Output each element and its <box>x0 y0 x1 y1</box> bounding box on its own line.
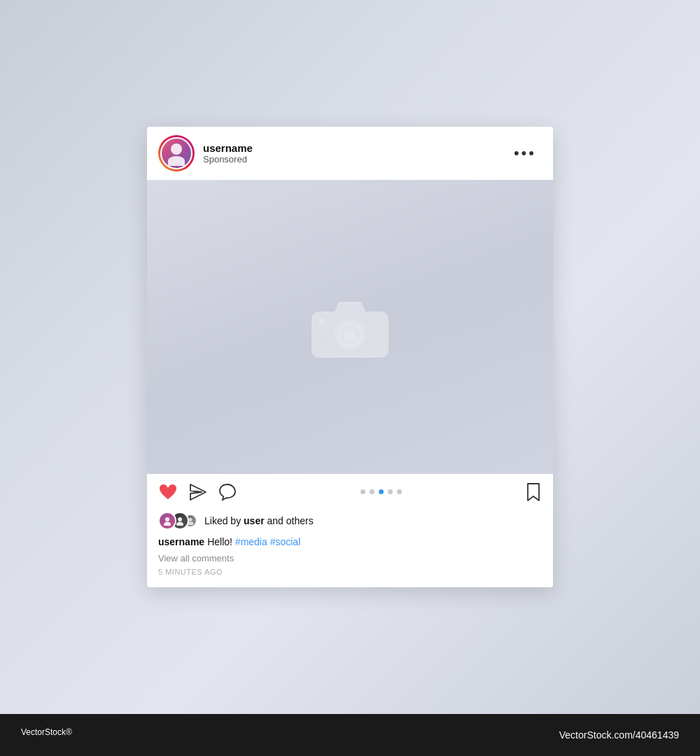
post-actions-row <box>147 474 553 510</box>
dot-5[interactable] <box>397 489 402 494</box>
brand-name: VectorStock® <box>21 727 72 743</box>
view-comments-button[interactable]: View all comments <box>147 552 553 565</box>
likes-avatar-1 <box>158 512 176 530</box>
bookmark-button[interactable] <box>525 482 542 502</box>
svg-point-8 <box>176 522 183 526</box>
likes-avatars <box>158 512 197 530</box>
liked-by-user[interactable]: user <box>244 515 265 526</box>
actions-left <box>158 483 237 501</box>
post-header: username Sponsored ••• <box>147 127 553 180</box>
dot-4[interactable] <box>388 489 393 494</box>
avatar-ring[interactable] <box>158 135 195 172</box>
post-sponsored-label: Sponsored <box>203 154 253 164</box>
send-icon <box>189 483 207 501</box>
liked-by-suffix: and others <box>265 515 314 526</box>
comment-icon <box>218 483 237 501</box>
svg-point-7 <box>178 517 182 522</box>
like-button[interactable] <box>158 483 178 501</box>
post-user-info: username Sponsored <box>203 142 253 164</box>
caption-text: Hello! <box>207 536 232 547</box>
hashtag-media[interactable]: #media <box>235 536 267 547</box>
post-likes-row: Liked by user and others <box>147 510 553 534</box>
comment-button[interactable] <box>218 483 237 501</box>
svg-point-9 <box>188 517 192 521</box>
dot-2[interactable] <box>370 489 374 494</box>
likes-text: Liked by user and others <box>204 515 314 526</box>
caption-username[interactable]: username <box>158 536 204 547</box>
send-button[interactable] <box>189 483 207 501</box>
watermark-bar: VectorStock® VectorStock.com/40461439 <box>0 714 700 756</box>
avatar-person <box>168 144 185 166</box>
camera-icon <box>308 292 392 362</box>
post-header-left: username Sponsored <box>158 135 253 172</box>
post-more-button[interactable]: ••• <box>508 141 542 165</box>
carousel-dots <box>237 489 525 494</box>
liked-by-prefix: Liked by <box>204 515 244 526</box>
dot-1[interactable] <box>360 489 365 494</box>
avatar-head <box>171 144 182 155</box>
bookmark-icon <box>525 482 542 502</box>
instagram-post-card: username Sponsored ••• <box>147 127 553 588</box>
avatar-inner <box>160 137 192 169</box>
dot-3-active[interactable] <box>379 489 384 494</box>
heart-icon <box>158 483 178 501</box>
svg-point-3 <box>344 329 356 340</box>
brand-label: VectorStock <box>21 727 66 737</box>
camera-icon-wrapper <box>308 292 392 362</box>
mini-avatar-1-icon <box>162 516 172 526</box>
svg-point-6 <box>164 522 171 526</box>
brand-symbol: ® <box>66 727 72 737</box>
post-caption: usernameHello! #media #social <box>147 534 553 552</box>
mini-avatar-2-icon <box>175 516 185 526</box>
hashtag-social[interactable]: #social <box>270 536 301 547</box>
post-timestamp: 5 MINUTES AGO <box>147 565 553 587</box>
svg-point-5 <box>165 517 169 522</box>
svg-point-4 <box>318 318 326 325</box>
avatar-body <box>168 156 185 166</box>
watermark-url: VectorStock.com/40461439 <box>559 729 679 741</box>
post-image-placeholder <box>147 180 553 474</box>
post-username[interactable]: username <box>203 142 253 154</box>
